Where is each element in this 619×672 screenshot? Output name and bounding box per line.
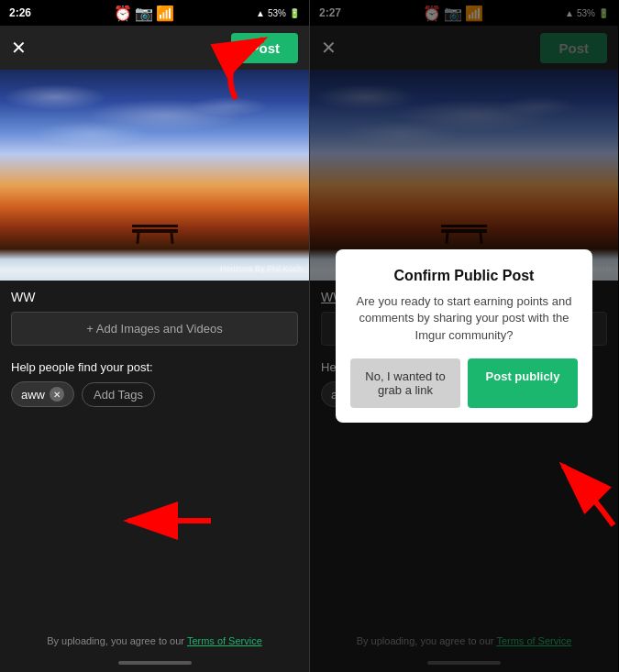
bench-leg-left-1 [136,232,139,244]
watermark-1: Horizons By Phil Koch [220,264,302,273]
dialog-title: Confirm Public Post [350,268,578,284]
bottom-bar-1 [0,654,309,672]
terms-link-1[interactable]: Terms of Service [187,635,262,646]
arrow-to-tags-1 [55,489,220,553]
confirm-dialog: Confirm Public Post Are you ready to sta… [336,249,592,423]
tag-name-1: aww [21,388,45,402]
cancel-button[interactable]: No, I wanted to grab a link [350,358,460,408]
alarm-icon: ⏰ [114,5,132,22]
remove-tag-button-1[interactable]: ✕ [50,387,64,402]
status-center-icons-1: ⏰ 📷 📶 [114,5,174,22]
bench-silhouette-1 [127,216,182,244]
sim-icon: 📶 [156,5,174,22]
top-bar-1: ✕ Post [0,26,309,70]
tag-chip-aww-1[interactable]: aww ✕ [11,381,74,407]
tags-section-1: Help people find your post: aww ✕ Add Ta… [0,353,309,414]
tags-row-1: aww ✕ Add Tags [11,381,298,407]
dialog-overlay: Confirm Public Post Are you ready to sta… [310,0,618,672]
dialog-buttons: No, I wanted to grab a link Post publicl… [350,358,578,408]
bench-leg-right-1 [170,232,173,244]
bench-back-1 [132,225,178,227]
add-tag-button-1[interactable]: Add Tags [82,382,155,407]
terms-prefix-1: By uploading, you agree to our [47,635,187,646]
close-button-1[interactable]: ✕ [11,37,27,59]
status-right-1: ▲ 53% 🔋 [256,8,300,18]
add-media-button-1[interactable]: + Add Images and Videos [11,312,298,346]
battery-text-1: 53% [268,8,286,18]
tags-label-1: Help people find your post: [11,360,298,374]
panel-1: 2:26 ⏰ 📷 📶 ▲ 53% 🔋 ✕ Post Horizons By Ph… [0,0,309,672]
post-title-1[interactable]: WW [0,281,309,312]
wifi-icon: ▲ [256,8,265,18]
home-indicator-1 [118,661,192,665]
photo-1: Horizons By Phil Koch [0,70,309,281]
status-time-1: 2:26 [9,6,31,19]
notification-icon: 📷 [135,5,153,22]
battery-icon-1: 🔋 [289,8,300,18]
panel-2: 2:27 ⏰ 📷 📶 ▲ 53% 🔋 ✕ Post Horizons By Ph… [309,0,618,672]
status-bar-1: 2:26 ⏰ 📷 📶 ▲ 53% 🔋 [0,0,309,26]
photo-background-1 [0,70,309,281]
dialog-body: Are you ready to start earning points an… [350,293,578,344]
post-button-1[interactable]: Post [231,33,298,63]
post-publicly-button[interactable]: Post publicly [468,358,578,408]
terms-text-1: By uploading, you agree to our Terms of … [0,628,309,654]
